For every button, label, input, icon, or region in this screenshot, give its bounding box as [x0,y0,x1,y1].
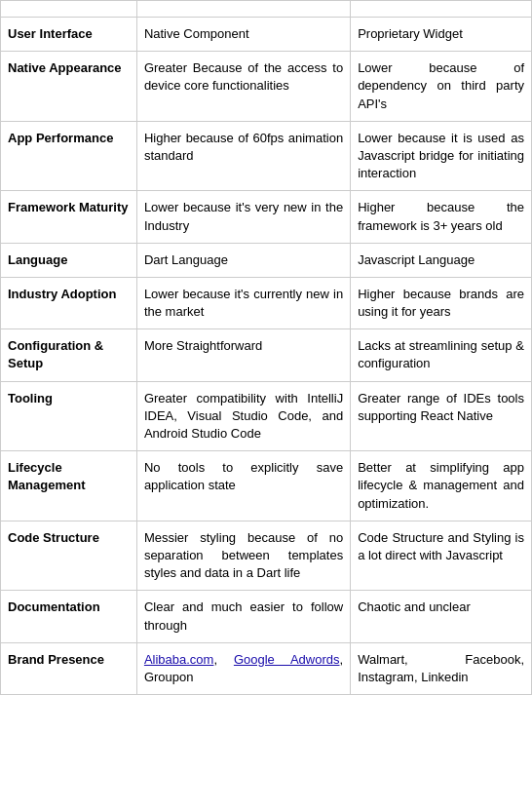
flutter-value: Higher because of 60fps animation standa… [136,121,350,191]
react-native-value: Proprietary Widget [351,18,532,52]
feature-label: Brand Presence [1,642,137,694]
groupon-text: Groupon [144,670,194,684]
react-native-value: Higher because the framework is 3+ years… [351,191,532,243]
alibaba-link[interactable]: Alibaba.com [144,652,214,667]
feature-label: Language [1,243,137,277]
flutter-value: Lower because it's very new in the Indus… [136,191,350,243]
table-row: User InterfaceNative ComponentProprietar… [1,18,532,52]
react-native-value: Chaotic and unclear [351,591,532,642]
feature-label: Code Structure [1,521,137,591]
feature-label: Documentation [1,591,137,642]
header-flutter [136,1,350,18]
header-feature [1,1,137,18]
table-row: Brand PresenceAlibaba.com, Google Adword… [1,642,532,694]
react-native-value: Higher because brands are using it for y… [351,277,532,328]
flutter-value: Clear and much easier to follow through [136,591,350,642]
table-row: Native AppearanceGreater Because of the … [1,52,532,122]
react-native-value: Better at simplifying app lifecycle & ma… [351,451,532,521]
header-react-native [351,1,532,18]
feature-label: User Interface [1,18,137,52]
feature-label: Tooling [1,381,137,451]
flutter-value: No tools to explicitly save application … [136,451,350,521]
table-row: Configuration & SetupMore Straightforwar… [1,329,532,381]
table-row: Industry AdoptionLower because it's curr… [1,277,532,328]
feature-label: Native Appearance [1,52,137,122]
flutter-value: Messier styling because of no separation… [136,521,350,591]
table-row: ToolingGreater compatibility with Intell… [1,381,532,451]
flutter-value: Dart Language [136,243,350,277]
flutter-value: Alibaba.com, Google Adwords, Groupon [136,642,350,694]
table-row: LanguageDart LanguageJavascript Language [1,243,532,277]
react-native-value: Greater range of IDEs tools supporting R… [351,381,532,451]
flutter-brand-presence: Alibaba.com, Google Adwords, Groupon [144,652,343,684]
react-native-value: Lacks at streamlining setup & configurat… [351,329,532,381]
react-native-value: Code Structure and Styling is a lot dire… [351,521,532,591]
feature-label: Lifecycle Management [1,451,137,521]
google-adwords-link[interactable]: Google Adwords [234,652,340,667]
feature-label: Industry Adoption [1,277,137,328]
table-row: Framework MaturityLower because it's ver… [1,191,532,243]
table-row: Code StructureMessier styling because of… [1,521,532,591]
react-native-value: Lower because of dependency on third par… [351,52,532,122]
react-native-value: Javascript Language [351,243,532,277]
feature-label: Configuration & Setup [1,329,137,381]
flutter-value: Greater compatibility with IntelliJ IDEA… [136,381,350,451]
flutter-value: Lower because it's currently new in the … [136,277,350,328]
table-row: DocumentationClear and much easier to fo… [1,591,532,642]
flutter-value: Native Component [136,18,350,52]
feature-label: App Performance [1,121,137,191]
table-row: Lifecycle ManagementNo tools to explicit… [1,451,532,521]
feature-label: Framework Maturity [1,191,137,243]
react-native-value: Lower because it is used as Javascript b… [351,121,532,191]
table-row: App PerformanceHigher because of 60fps a… [1,121,532,191]
flutter-value: Greater Because of the access to device … [136,52,350,122]
flutter-value: More Straightforward [136,329,350,381]
react-native-value: Walmart, Facebook, Instagram, Linkedin [351,642,532,694]
